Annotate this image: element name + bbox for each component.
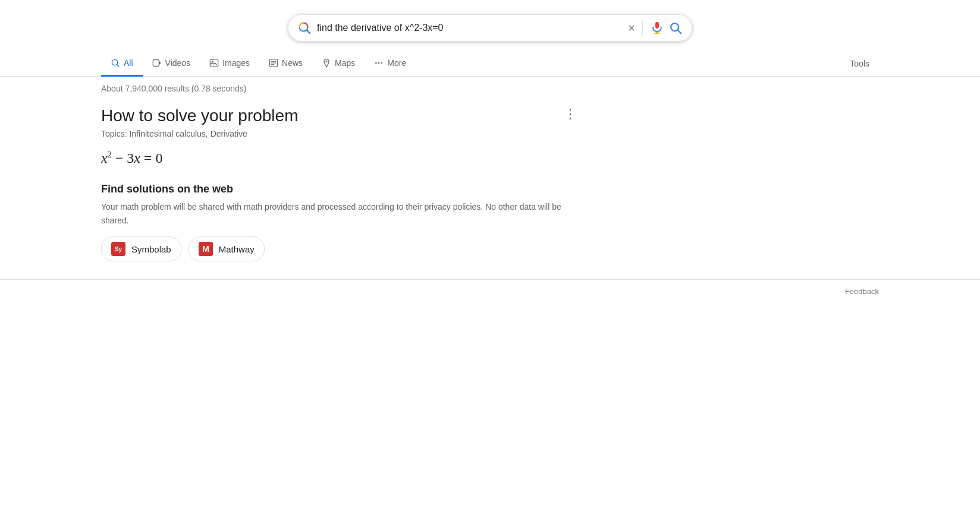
tab-videos[interactable]: Videos	[143, 51, 200, 77]
search-bar-container: find the derivative of x^2-3x=0 ×	[0, 0, 980, 51]
svg-point-13	[212, 61, 213, 62]
svg-line-7	[678, 30, 681, 33]
mathway-button[interactable]: M Mathway	[189, 236, 265, 261]
search-bar-icons: ×	[628, 21, 682, 35]
microphone-icon[interactable]	[650, 21, 664, 35]
divider	[642, 21, 643, 35]
tab-more[interactable]: More	[365, 51, 416, 77]
symbolab-label: Symbolab	[131, 244, 171, 254]
svg-point-19	[375, 62, 377, 64]
clear-icon[interactable]: ×	[628, 21, 635, 35]
solve-card-topics: Topics: Infinitesimal calculus, Derivati…	[101, 129, 577, 138]
svg-marker-11	[159, 61, 161, 64]
search-submit-icon[interactable]	[669, 21, 682, 34]
mathway-logo: M	[199, 242, 213, 256]
footer: Feedback	[0, 279, 980, 303]
tools-button[interactable]: Tools	[840, 52, 879, 75]
feedback-link[interactable]: Feedback	[845, 287, 879, 296]
svg-rect-5	[655, 22, 659, 29]
nav-tabs: All Videos Images News Maps	[0, 51, 980, 77]
solve-card: ⋮ How to solve your problem Topics: Infi…	[101, 105, 577, 261]
tab-maps[interactable]: Maps	[312, 51, 365, 77]
math-equation: x2 − 3x = 0	[101, 150, 577, 166]
svg-line-4	[307, 30, 310, 34]
search-input[interactable]: find the derivative of x^2-3x=0	[317, 23, 628, 33]
mathway-label: Mathway	[219, 244, 255, 254]
results-count: About 7,940,000 results (0.78 seconds)	[101, 84, 879, 93]
three-dots-menu[interactable]: ⋮	[564, 108, 577, 121]
search-bar: find the derivative of x^2-3x=0 ×	[288, 14, 692, 42]
results-container: About 7,940,000 results (0.78 seconds) ⋮…	[0, 77, 980, 261]
video-tab-icon	[152, 58, 162, 68]
svg-point-20	[378, 62, 380, 64]
tab-all[interactable]: All	[101, 51, 143, 77]
svg-point-18	[326, 61, 328, 62]
svg-rect-10	[153, 60, 159, 67]
provider-buttons: Sy Symbolab M Mathway	[101, 236, 577, 261]
search-tab-icon	[111, 58, 120, 68]
svg-text:M: M	[202, 244, 209, 254]
more-dots-icon	[374, 58, 384, 68]
google-search-icon	[298, 21, 311, 34]
find-solutions-title: Find solutions on the web	[101, 183, 577, 195]
find-solutions-desc: Your math problem will be shared with ma…	[101, 200, 577, 227]
svg-line-9	[117, 64, 119, 67]
tab-images[interactable]: Images	[200, 51, 259, 77]
news-tab-icon	[269, 58, 278, 68]
svg-point-21	[381, 62, 383, 64]
symbolab-button[interactable]: Sy Symbolab	[101, 236, 181, 261]
solve-card-title: How to solve your problem	[101, 105, 577, 127]
images-tab-icon	[209, 58, 219, 68]
symbolab-logo: Sy	[111, 242, 125, 256]
maps-tab-icon	[322, 58, 331, 68]
tab-news[interactable]: News	[259, 51, 312, 77]
